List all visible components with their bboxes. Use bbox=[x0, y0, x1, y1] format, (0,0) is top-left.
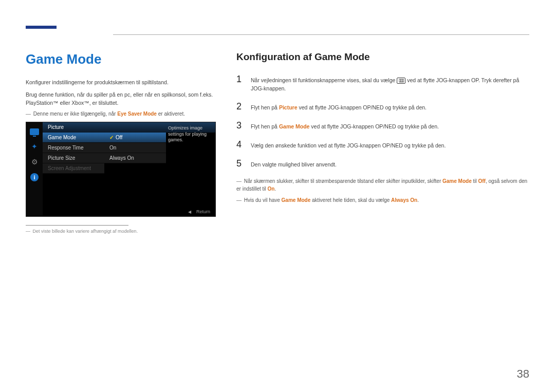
step-number: 2 bbox=[236, 101, 244, 112]
s1a: Når vejledningen til funktionsknapperne … bbox=[251, 77, 397, 83]
step-number: 4 bbox=[236, 139, 244, 150]
return-arrow-icon: ◀ bbox=[188, 210, 191, 214]
osd-menu-list: Game Mode Response Time Picture Size Scr… bbox=[43, 133, 104, 174]
osd-return: ◀Return bbox=[188, 209, 210, 214]
content-columns: Game Mode Konfigurer indstillingerne for… bbox=[26, 26, 529, 234]
osd-submenu-list: ✓Off On Always On bbox=[104, 133, 166, 163]
osd-item-response-time: Response Time bbox=[43, 143, 104, 153]
step-text: Flyt hen på Game Mode ved at flytte JOG-… bbox=[251, 122, 529, 130]
osd-sub-off-label: Off bbox=[116, 135, 122, 140]
step-text: Den valgte mulighed bliver anvendt. bbox=[251, 160, 529, 169]
page-number: 38 bbox=[517, 367, 529, 381]
step-1: 1 Når vejledningen til funktionsknappern… bbox=[236, 74, 529, 93]
osd-subitem-off: ✓Off bbox=[104, 133, 166, 143]
gear-icon: ⚙ bbox=[30, 158, 39, 166]
star-icon: ✦ bbox=[30, 142, 39, 151]
p2c: . bbox=[417, 197, 419, 203]
step-3: 3 Flyt hen på Game Mode ved at flytte JO… bbox=[236, 120, 529, 131]
osd-item-screen-adjustment: Screen Adjustment bbox=[43, 163, 104, 174]
s3b: ved at flytte JOG-knappen OP/NED og tryk… bbox=[309, 123, 439, 129]
p2a: Hvis du vil have bbox=[244, 197, 282, 203]
check-icon: ✓ bbox=[109, 135, 114, 140]
footnote-rule bbox=[26, 225, 128, 226]
p2b2: Always On bbox=[391, 197, 417, 203]
step-5: 5 Den valgte mulighed bliver anvendt. bbox=[236, 158, 529, 169]
s2-bold: Picture bbox=[279, 104, 298, 110]
p2b1: Game Mode bbox=[282, 197, 311, 203]
step-2: 2 Flyt hen på Picture ved at flytte JOG-… bbox=[236, 101, 529, 112]
p1d: . bbox=[274, 186, 276, 192]
osd-sidebar: ✦ ⚙ i bbox=[26, 122, 43, 216]
footnote-text: Det viste billede kan variere afhængigt … bbox=[33, 229, 138, 234]
left-column: Game Mode Konfigurer indstillingerne for… bbox=[26, 51, 216, 234]
intro-paragraph-2: Brug denne funktion, når du spiller på e… bbox=[26, 91, 216, 107]
section-heading: Konfiguration af Game Mode bbox=[236, 51, 529, 63]
header-rule bbox=[113, 34, 529, 35]
osd-screenshot: ✦ ⚙ i Picture Game Mode Response Time Pi… bbox=[26, 122, 216, 217]
monitor-icon bbox=[30, 128, 39, 135]
osd-subitem-on: On bbox=[104, 143, 166, 153]
s2b: ved at flytte JOG-knappen OP/NED og tryk… bbox=[297, 104, 427, 110]
p1b3: On bbox=[268, 186, 275, 192]
step-text: Når vejledningen til funktionsknapperne … bbox=[251, 76, 529, 93]
step-number: 5 bbox=[236, 158, 244, 169]
osd-button-icon: ▯▯▯ bbox=[397, 78, 405, 84]
step-number: 3 bbox=[236, 120, 244, 131]
post-note-2: ― Hvis du vil have Game Mode aktiveret h… bbox=[236, 196, 529, 204]
p1b1: Game Mode bbox=[442, 178, 472, 184]
page-title: Game Mode bbox=[26, 51, 216, 67]
footnote: ― Det viste billede kan variere afhængig… bbox=[26, 229, 216, 234]
intro-paragraph-1: Konfigurer indstillingerne for produktsk… bbox=[26, 79, 216, 87]
p2b: aktiveret hele tiden, skal du vælge bbox=[310, 197, 391, 203]
note-suffix: er aktiveret. bbox=[157, 111, 185, 117]
p1b2: Off bbox=[478, 178, 486, 184]
osd-return-label: Return bbox=[196, 209, 210, 214]
s3-bold: Game Mode bbox=[279, 123, 310, 129]
p1a: Når skærmen slukker, skifter til strømbe… bbox=[244, 178, 442, 184]
availability-note: ― Denne menu er ikke tilgængelig, når Ey… bbox=[26, 111, 216, 117]
right-column: Konfiguration af Game Mode 1 Når vejledn… bbox=[236, 51, 529, 234]
step-text: Vælg den ønskede funktion ved at flytte … bbox=[251, 141, 529, 150]
info-icon: i bbox=[30, 173, 39, 181]
step-text: Flyt hen på Picture ved at flytte JOG-kn… bbox=[251, 103, 529, 111]
note-dash: ― bbox=[26, 111, 31, 117]
post-note-1: ― Når skærmen slukker, skifter til strøm… bbox=[236, 177, 529, 193]
s2a: Flyt hen på bbox=[251, 104, 279, 110]
s3a: Flyt hen på bbox=[251, 123, 279, 129]
osd-subitem-always-on: Always On bbox=[104, 153, 166, 163]
note-bold: Eye Saver Mode bbox=[117, 111, 157, 117]
p1b: til bbox=[472, 178, 478, 184]
osd-item-game-mode: Game Mode bbox=[43, 133, 104, 143]
accent-bar bbox=[26, 26, 57, 29]
osd-description: Optimizes image settings for playing gam… bbox=[168, 125, 212, 143]
osd-item-picture-size: Picture Size bbox=[43, 153, 104, 163]
step-4: 4 Vælg den ønskede funktion ved at flytt… bbox=[236, 139, 529, 150]
step-number: 1 bbox=[236, 74, 244, 85]
note-prefix: Denne menu er ikke tilgængelig, når bbox=[33, 111, 117, 117]
